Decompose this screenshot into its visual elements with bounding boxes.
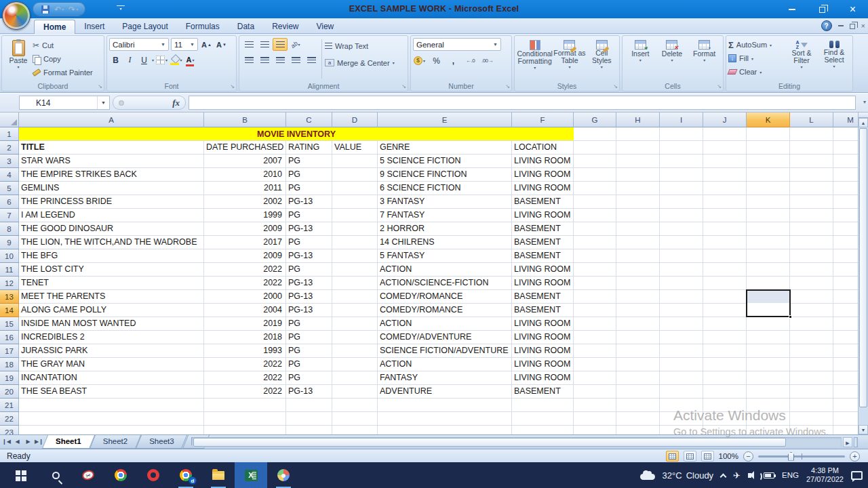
cell[interactable]: LIVING ROOM <box>512 209 574 222</box>
row-header-5[interactable]: 5 <box>0 182 19 195</box>
column-header-I[interactable]: I <box>660 113 703 127</box>
underline-button[interactable]: U <box>138 54 151 66</box>
cell[interactable] <box>660 290 703 304</box>
cell[interactable] <box>703 385 747 399</box>
font-color-button[interactable]: A▾ <box>184 54 197 66</box>
cell[interactable] <box>204 399 286 412</box>
cell[interactable]: TENET <box>19 277 204 290</box>
cell[interactable] <box>660 344 703 358</box>
cell[interactable] <box>574 182 616 195</box>
cell[interactable] <box>512 426 574 434</box>
tab-insert[interactable]: Insert <box>75 20 113 34</box>
scroll-down-button[interactable]: ▼ <box>859 425 868 434</box>
cell[interactable] <box>747 222 790 236</box>
cell[interactable] <box>790 222 833 236</box>
cell[interactable] <box>703 127 747 141</box>
tab-formulas[interactable]: Formulas <box>177 20 229 34</box>
cell[interactable]: LIVING ROOM <box>512 331 574 344</box>
merged-banner-cell[interactable]: MOVIE INVENTORY <box>19 127 574 141</box>
cell[interactable]: 2 HORROR <box>378 222 512 236</box>
action-center-icon[interactable] <box>851 471 863 480</box>
format-as-table-button[interactable]: Format as Table▾ <box>553 38 586 80</box>
cell[interactable] <box>660 385 703 399</box>
cell[interactable] <box>332 317 378 331</box>
cell[interactable] <box>332 331 378 344</box>
cell[interactable] <box>332 249 378 263</box>
cell[interactable]: 2011 <box>204 182 286 195</box>
battery-icon[interactable] <box>764 472 774 479</box>
cell[interactable] <box>747 385 790 399</box>
cell[interactable]: THE EMPIRE STRIKES BACK <box>19 168 204 182</box>
column-header-L[interactable]: L <box>790 113 833 127</box>
formula-bar-expand-icon[interactable]: ▾ <box>863 99 866 105</box>
cell[interactable] <box>660 249 703 263</box>
cell[interactable] <box>703 249 747 263</box>
cell[interactable]: 3 FANTASY <box>378 195 512 209</box>
cell[interactable] <box>574 358 616 371</box>
shrink-font-button[interactable]: A▼ <box>215 38 228 51</box>
cell[interactable] <box>616 304 660 317</box>
row-header-18[interactable]: 18 <box>0 358 19 371</box>
column-header-K[interactable]: K <box>747 113 790 127</box>
cell[interactable] <box>703 182 747 195</box>
middle-align-button[interactable] <box>257 38 272 51</box>
cell[interactable] <box>574 426 616 434</box>
cell[interactable]: 2022 <box>204 385 286 399</box>
cell[interactable] <box>703 371 747 385</box>
cell[interactable] <box>747 195 790 209</box>
cell[interactable]: LOCATION <box>512 141 574 155</box>
cell[interactable] <box>790 249 833 263</box>
zoom-slider[interactable] <box>758 455 845 458</box>
row-header-22[interactable]: 22 <box>0 412 19 426</box>
cell[interactable] <box>332 385 378 399</box>
weather-widget[interactable]: 32°C Cloudy <box>663 470 714 481</box>
cell[interactable]: 2000 <box>204 290 286 304</box>
format-cells-button[interactable]: ▪ Format▾ <box>689 38 720 80</box>
cell[interactable]: 2022 <box>204 358 286 371</box>
cell[interactable] <box>790 399 833 412</box>
italic-button[interactable]: I <box>123 54 136 66</box>
alignment-dialog-launcher[interactable]: ↘ <box>401 84 406 89</box>
cell[interactable]: SCIENCE FICTION/ADVENTURE <box>378 344 512 358</box>
clear-button[interactable]: Clear▾ <box>728 65 785 79</box>
delete-cells-button[interactable]: ✕ Delete▾ <box>657 38 687 80</box>
cell[interactable]: 2022 <box>204 371 286 385</box>
save-button[interactable] <box>40 3 51 15</box>
cell[interactable]: 2022 <box>204 277 286 290</box>
paste-dropdown-icon[interactable]: ▾ <box>17 64 19 69</box>
cell[interactable]: COMEDY/ROMANCE <box>378 290 512 304</box>
cell[interactable] <box>616 209 660 222</box>
cell[interactable] <box>574 155 616 168</box>
cell[interactable] <box>332 290 378 304</box>
redo-dropdown-icon[interactable]: ▾ <box>76 7 78 12</box>
row-header-17[interactable]: 17 <box>0 344 19 358</box>
zoom-in-button[interactable]: + <box>850 451 860 462</box>
zoom-level[interactable]: 100% <box>719 452 738 460</box>
cell[interactable]: INCREDIBLES 2 <box>19 331 204 344</box>
cell[interactable] <box>616 141 660 155</box>
tab-page-layout[interactable]: Page Layout <box>113 20 176 34</box>
cell[interactable]: PG-13 <box>286 385 332 399</box>
cell[interactable] <box>378 412 512 426</box>
cell[interactable] <box>332 236 378 249</box>
horizontal-split-handle[interactable] <box>854 437 858 447</box>
column-header-B[interactable]: B <box>204 113 286 127</box>
paste-button[interactable]: Paste ▾ <box>4 38 33 80</box>
workbook-restore-button[interactable] <box>850 22 855 29</box>
cell[interactable] <box>790 155 833 168</box>
cell[interactable]: ADVENTURE <box>378 385 512 399</box>
cell[interactable] <box>332 222 378 236</box>
cell[interactable] <box>660 182 703 195</box>
row-header-7[interactable]: 7 <box>0 209 19 222</box>
cell[interactable]: ACTION <box>378 358 512 371</box>
row-header-3[interactable]: 3 <box>0 155 19 168</box>
cell[interactable] <box>747 249 790 263</box>
fill-color-button[interactable]: ▾ <box>170 54 182 66</box>
cell[interactable] <box>660 263 703 277</box>
cell[interactable]: ACTION <box>378 263 512 277</box>
taskbar-chrome-button[interactable] <box>104 462 137 488</box>
cell[interactable] <box>747 168 790 182</box>
row-header-13[interactable]: 13 <box>0 290 19 304</box>
cell[interactable]: 2010 <box>204 168 286 182</box>
cell[interactable] <box>574 304 616 317</box>
